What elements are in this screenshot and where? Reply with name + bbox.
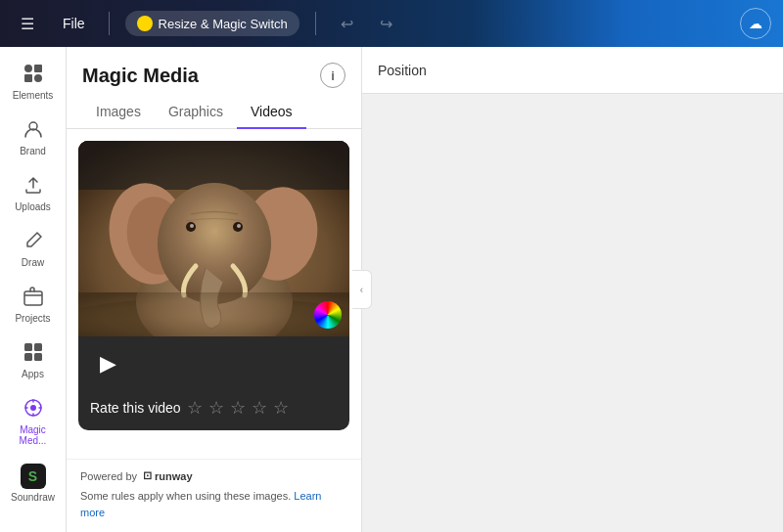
- soundraw-label: Soundraw: [11, 492, 55, 503]
- sidebar-item-elements[interactable]: Elements: [4, 55, 63, 109]
- magic-media-panel: Magic Media i Images Graphics Videos: [67, 47, 362, 532]
- rating-row: Rate this video ☆ ☆ ☆ ☆ ☆: [78, 391, 349, 430]
- apps-label: Apps: [22, 369, 44, 379]
- title-dot: [137, 16, 153, 31]
- svg-rect-25: [78, 292, 349, 336]
- brand-icon: [23, 118, 44, 143]
- runway-logo: ⊡ runway: [143, 469, 193, 482]
- runway-icon: ⊡: [143, 469, 152, 482]
- svg-point-3: [34, 74, 42, 82]
- redo-button[interactable]: ↪: [371, 8, 402, 39]
- video-thumbnail: [78, 141, 349, 336]
- draw-icon: [23, 230, 44, 254]
- svg-point-22: [190, 224, 194, 228]
- topbar: ☰ File Resize & Magic Switch ↩ ↪ ☁: [0, 0, 783, 47]
- svg-point-0: [24, 65, 32, 72]
- topbar-divider-2: [315, 12, 316, 35]
- elements-icon: [23, 63, 44, 87]
- collapse-icon: ‹: [360, 285, 363, 295]
- powered-by: Powered by ⊡ runway: [80, 469, 347, 482]
- play-icon: ▶: [100, 351, 116, 377]
- info-icon: i: [331, 68, 335, 83]
- draw-label: Draw: [22, 257, 44, 268]
- svg-point-24: [237, 224, 241, 228]
- star-4[interactable]: ☆: [252, 397, 267, 419]
- panel-header: Magic Media i: [67, 47, 361, 96]
- sidebar-item-projects[interactable]: Projects: [4, 278, 63, 332]
- topbar-title: Resize & Magic Switch: [159, 17, 288, 31]
- rules-text: Some rules apply when using these images…: [80, 488, 347, 520]
- panel-content: ▶ Rate this video ☆ ☆ ☆ ☆ ☆: [67, 129, 361, 459]
- tab-graphics[interactable]: Graphics: [155, 96, 237, 129]
- sidebar-item-soundraw[interactable]: S Soundraw: [4, 456, 63, 510]
- star-2[interactable]: ☆: [208, 397, 224, 419]
- cloud-save-button[interactable]: ☁: [740, 8, 771, 39]
- main-area: Elements Brand Uploads Draw Projects: [0, 47, 783, 532]
- color-wheel-badge: [314, 301, 342, 329]
- panel-footer: Powered by ⊡ runway Some rules apply whe…: [67, 459, 361, 532]
- powered-by-label: Powered by: [80, 470, 137, 482]
- star-5[interactable]: ☆: [273, 397, 289, 419]
- canvas-area: Position: [362, 47, 783, 532]
- elephant-scene: [78, 141, 349, 336]
- magic-icon: [23, 397, 44, 421]
- apps-icon: [23, 341, 44, 366]
- tabs: Images Graphics Videos: [67, 96, 361, 129]
- soundraw-icon: S: [21, 464, 46, 489]
- sidebar-item-draw[interactable]: Draw: [4, 222, 63, 276]
- sidebar-item-brand[interactable]: Brand: [4, 111, 63, 164]
- menu-button[interactable]: ☰: [12, 8, 43, 39]
- brand-label: Brand: [20, 146, 46, 156]
- panel-title: Magic Media: [82, 65, 199, 87]
- svg-rect-8: [24, 353, 32, 361]
- panel-wrapper: Magic Media i Images Graphics Videos: [67, 47, 362, 532]
- projects-label: Projects: [15, 313, 50, 324]
- info-button[interactable]: i: [320, 63, 345, 88]
- tab-videos[interactable]: Videos: [237, 96, 306, 129]
- magic-label: Magic Med...: [10, 424, 57, 446]
- uploads-icon: [23, 174, 44, 199]
- topbar-history-icons: ↩ ↪: [332, 8, 402, 39]
- redo-icon: ↪: [380, 15, 392, 33]
- svg-rect-1: [34, 65, 42, 72]
- menu-icon: ☰: [21, 15, 34, 33]
- sidebar: Elements Brand Uploads Draw Projects: [0, 47, 67, 532]
- sidebar-item-uploads[interactable]: Uploads: [4, 166, 63, 220]
- svg-rect-2: [24, 74, 32, 82]
- svg-rect-5: [24, 291, 42, 305]
- cloud-icon: ☁: [749, 16, 762, 31]
- play-button[interactable]: ▶: [90, 346, 125, 381]
- projects-icon: [23, 286, 44, 310]
- runway-label: runway: [155, 470, 193, 482]
- star-1[interactable]: ☆: [187, 397, 203, 419]
- panel-collapse-handle[interactable]: ‹: [352, 270, 372, 309]
- file-menu[interactable]: File: [55, 12, 93, 35]
- resize-magic-switch-button[interactable]: Resize & Magic Switch: [125, 11, 299, 36]
- undo-button[interactable]: ↩: [332, 8, 363, 39]
- uploads-label: Uploads: [15, 201, 51, 212]
- svg-rect-15: [78, 141, 349, 190]
- svg-rect-9: [34, 353, 42, 361]
- position-label: Position: [378, 63, 427, 78]
- undo-icon: ↩: [341, 15, 353, 33]
- svg-rect-6: [24, 343, 32, 351]
- rate-label: Rate this video: [90, 400, 181, 416]
- sidebar-item-magic[interactable]: Magic Med...: [4, 389, 63, 454]
- sidebar-item-apps[interactable]: Apps: [4, 333, 63, 387]
- star-3[interactable]: ☆: [230, 397, 246, 419]
- topbar-divider: [109, 12, 110, 35]
- position-bar: Position: [362, 47, 783, 94]
- svg-rect-7: [34, 343, 42, 351]
- svg-point-11: [30, 405, 36, 411]
- tab-images[interactable]: Images: [82, 96, 155, 129]
- elements-label: Elements: [13, 90, 54, 101]
- video-card: ▶ Rate this video ☆ ☆ ☆ ☆ ☆: [78, 141, 349, 430]
